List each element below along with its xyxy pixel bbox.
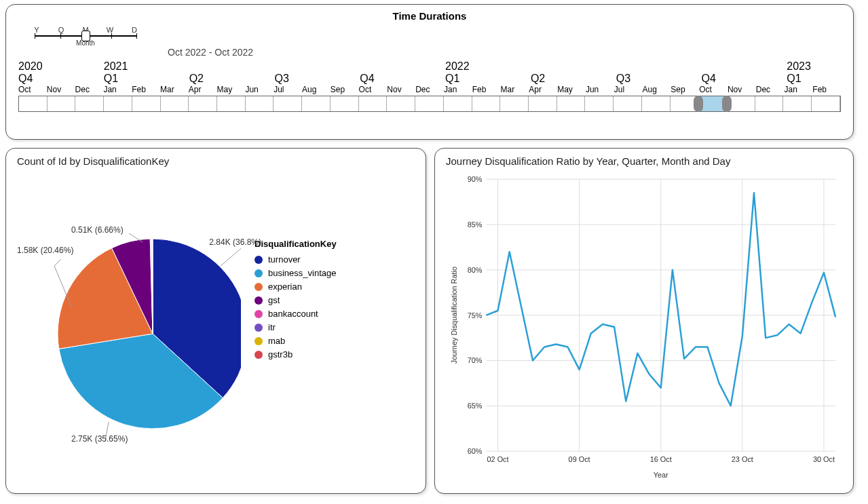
granularity-slider[interactable]: YQMWD Month xyxy=(28,26,143,47)
timeline-year-label xyxy=(218,60,246,73)
timeline-year-label xyxy=(730,60,758,73)
timeline-year-label xyxy=(47,60,75,73)
granularity-option-q[interactable]: Q xyxy=(56,26,66,35)
timeline-slot[interactable] xyxy=(500,96,529,111)
timeline-slot[interactable] xyxy=(104,96,132,111)
timeline-slot[interactable] xyxy=(444,96,472,111)
y-tick-label: 90% xyxy=(468,175,483,183)
timeline-year-label: 2020 xyxy=(18,60,47,73)
legend-item-gst[interactable]: gst xyxy=(254,295,337,305)
timeline-slot[interactable] xyxy=(19,96,48,111)
timeline-month-label: Mar xyxy=(501,85,529,96)
legend-item-mab[interactable]: mab xyxy=(254,336,337,346)
callout-business-vintage: 2.75K (35.65%) xyxy=(71,434,128,444)
x-tick-label: 30 Oct xyxy=(813,455,835,463)
timeline-quarter-label xyxy=(417,73,445,85)
legend-label: itr xyxy=(268,322,276,332)
timeline-month-label: Jun xyxy=(245,85,273,96)
granularity-option-d[interactable]: D xyxy=(130,26,139,35)
timeline-slot[interactable] xyxy=(273,96,302,111)
legend-item-turnover[interactable]: turnover xyxy=(254,254,337,265)
legend-item-business_vintage[interactable]: business_vintage xyxy=(254,268,337,278)
timeline-quarter-label xyxy=(331,73,360,85)
timeline-year-label xyxy=(673,60,702,73)
timeline-month-label: Apr xyxy=(529,85,557,96)
y-tick-label: 85% xyxy=(468,220,483,229)
timeline-slot[interactable] xyxy=(755,96,784,111)
timeline-year-label: 2022 xyxy=(445,60,474,73)
timeline-year-label xyxy=(388,60,417,73)
timeline-month-label: Apr xyxy=(189,85,217,96)
pie-chart[interactable]: 2.84K (36.8%) 2.75K (35.65%) 1.58K (20.4… xyxy=(17,171,241,469)
pie-chart-title: Count of Id by DisqualificationKey xyxy=(17,155,415,167)
timeline-slot[interactable] xyxy=(529,96,557,111)
legend-item-bankaccount[interactable]: bankaccount xyxy=(254,309,337,319)
callout-experian: 1.58K (20.46%) xyxy=(17,246,64,255)
pie-chart-panel: Count of Id by DisqualificationKey 2.84K… xyxy=(5,148,426,494)
timeline-handle-left[interactable] xyxy=(694,96,703,112)
timeline-slot[interactable] xyxy=(359,96,388,111)
timeline-slot[interactable] xyxy=(614,96,642,111)
timeline-slot[interactable] xyxy=(75,96,104,111)
timeline-slot[interactable] xyxy=(217,96,246,111)
timeline-slot[interactable] xyxy=(331,96,359,111)
timeline-month-label: Jan xyxy=(103,85,132,96)
timeline-month-label: May xyxy=(557,85,586,96)
timeline-month-label: Nov xyxy=(728,85,756,96)
legend-dot-icon xyxy=(254,283,263,291)
timeline-quarter-label xyxy=(815,73,844,85)
timeline-slider[interactable] xyxy=(18,96,841,112)
timeline-slot[interactable] xyxy=(783,96,812,111)
granularity-option-y[interactable]: Y xyxy=(32,26,41,35)
timeline-slot[interactable] xyxy=(132,96,161,111)
granularity-option-w[interactable]: W xyxy=(105,26,115,35)
timeline-slot[interactable] xyxy=(161,96,189,111)
legend-dot-icon xyxy=(254,337,263,345)
line-chart[interactable]: 60%65%70%75%80%85%90%02 Oct09 Oct16 Oct2… xyxy=(446,171,842,483)
timeline-slot[interactable] xyxy=(642,96,671,111)
timeline-slot[interactable] xyxy=(302,96,331,111)
timeline-year-label xyxy=(75,60,104,73)
timeline-quarter-label xyxy=(388,73,417,85)
timeline-quarter-label xyxy=(161,73,189,85)
timeline-handle-right[interactable] xyxy=(722,96,732,112)
timeline-slot[interactable] xyxy=(812,96,840,111)
timeline-slot[interactable] xyxy=(189,96,217,111)
legend-item-gstr3b[interactable]: gstr3b xyxy=(254,349,337,360)
legend-label: bankaccount xyxy=(268,309,318,319)
legend-item-itr[interactable]: itr xyxy=(254,322,337,332)
timeline-slot[interactable] xyxy=(48,96,76,111)
timeline-slot[interactable] xyxy=(472,96,501,111)
legend-dot-icon xyxy=(254,296,263,305)
time-durations-panel: Time Durations YQMWD Month Oct 2022 - Oc… xyxy=(5,4,854,140)
timeline-slot[interactable] xyxy=(557,96,586,111)
legend-label: business_vintage xyxy=(268,268,336,278)
legend-item-experian[interactable]: experian xyxy=(254,282,337,292)
timeline-slot[interactable] xyxy=(246,96,274,111)
timeline-year-label: 2023 xyxy=(787,60,815,73)
timeline-quarter-label: Q4 xyxy=(18,73,47,85)
timeline-quarter-label: Q1 xyxy=(104,73,132,85)
timeline-slot[interactable] xyxy=(585,96,614,111)
x-tick-label: 09 Oct xyxy=(569,455,590,463)
y-tick-label: 65% xyxy=(468,402,483,410)
timeline-slot[interactable] xyxy=(387,96,415,111)
timeline-quarter-label: Q1 xyxy=(445,73,474,85)
timeline-quarter-label xyxy=(730,73,758,85)
timeline-quarter-label xyxy=(246,73,275,85)
timeline-quarter-label: Q3 xyxy=(274,73,303,85)
timeline-year-label xyxy=(246,60,275,73)
timeline-quarter-label xyxy=(303,73,331,85)
timeline-slot[interactable] xyxy=(415,96,444,111)
legend-dot-icon xyxy=(254,310,263,318)
x-tick-label: 23 Oct xyxy=(732,455,753,463)
legend-dot-icon xyxy=(254,324,263,332)
timeline-quarter-label: Q4 xyxy=(360,73,388,85)
timeline-month-label: Jul xyxy=(614,85,643,96)
granularity-knob[interactable] xyxy=(81,31,90,41)
timeline-year-label xyxy=(303,60,331,73)
legend-dot-icon xyxy=(254,351,263,359)
svg-line-2 xyxy=(54,266,71,307)
timeline-month-label: Nov xyxy=(387,85,415,96)
x-axis-label: Year xyxy=(654,471,668,479)
